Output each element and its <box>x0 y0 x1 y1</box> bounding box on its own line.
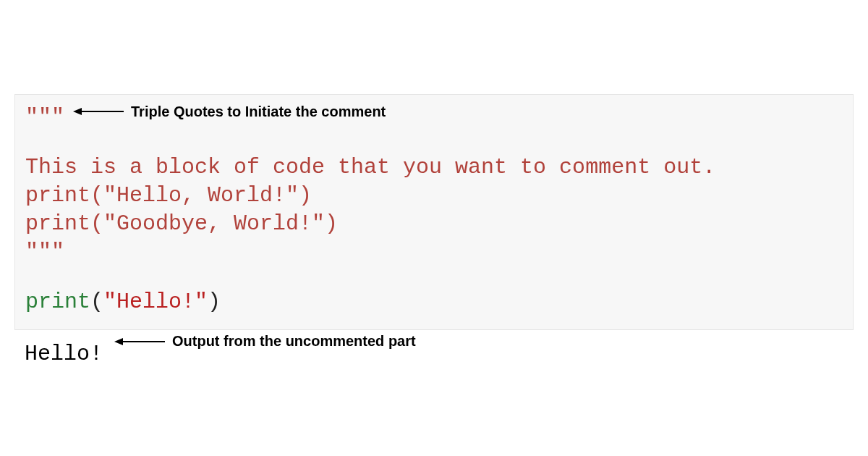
docstring-line-1: This is a block of code that you want to… <box>25 153 843 182</box>
arrow-left-icon <box>73 106 124 117</box>
output-text: Hello! <box>25 342 103 366</box>
svg-marker-3 <box>114 338 123 345</box>
annotation-output: Output from the uncommented part <box>114 333 416 350</box>
docstring-fn: print <box>25 183 90 208</box>
arrow-left-icon <box>114 337 165 347</box>
blank-line <box>25 132 843 153</box>
string-literal: "Hello!" <box>103 290 208 314</box>
docstring-str: "Hello, World!" <box>103 183 299 208</box>
docstring-fn: print <box>25 211 90 236</box>
blank-line <box>25 266 843 288</box>
svg-marker-1 <box>73 108 82 115</box>
output-area: Hello! Output from the uncommented part <box>14 330 854 366</box>
docstring-line-2: print("Hello, World!") <box>25 182 843 210</box>
annotation-output-label: Output from the uncommented part <box>172 333 416 350</box>
code-block: Triple Quotes to Initiate the comment ""… <box>14 94 854 330</box>
docstring-line-3: print("Goodbye, World!") <box>25 210 843 238</box>
fn-name: print <box>25 290 90 314</box>
triple-quote-close: """ <box>25 238 843 266</box>
annotation-triple-quotes-label: Triple Quotes to Initiate the comment <box>131 102 386 121</box>
annotation-triple-quotes: Triple Quotes to Initiate the comment <box>73 102 386 121</box>
active-print-line: print("Hello!") <box>25 288 843 316</box>
docstring-str: "Goodbye, World!" <box>103 211 325 236</box>
